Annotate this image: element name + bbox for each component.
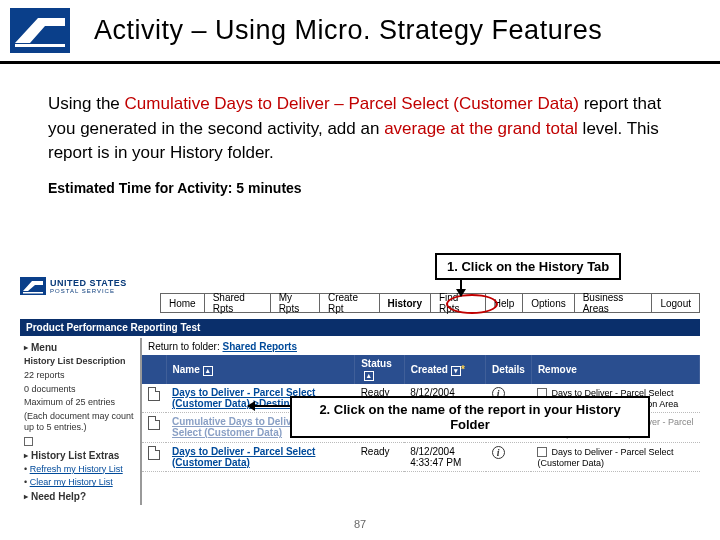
col-created[interactable]: Created▾* bbox=[404, 355, 485, 384]
document-icon bbox=[148, 446, 160, 460]
history-desc-line: (Each document may count up to 5 entries… bbox=[24, 411, 136, 433]
sidebar-help-header[interactable]: Need Help? bbox=[24, 491, 136, 502]
return-link[interactable]: Shared Reports bbox=[223, 341, 297, 352]
clear-history-link[interactable]: Clear my History List bbox=[30, 477, 113, 487]
page-number: 87 bbox=[0, 518, 720, 530]
sidebar-menu-header[interactable]: Menu bbox=[24, 342, 136, 353]
history-desc-header: History List Description bbox=[24, 356, 136, 367]
breadcrumb: Product Performance Reporting Test bbox=[20, 319, 700, 336]
status-cell: Ready bbox=[355, 442, 405, 471]
document-icon bbox=[148, 416, 160, 430]
nav-options[interactable]: Options bbox=[523, 293, 574, 313]
callout-step-2: 2. Click on the name of the report in yo… bbox=[290, 396, 650, 438]
report-link[interactable]: Days to Deliver - Parcel Select (Custome… bbox=[172, 446, 315, 468]
top-nav: Home Shared Rpts My Rpts Create Rpt Hist… bbox=[160, 293, 700, 313]
usps-logo bbox=[10, 8, 70, 53]
document-icon bbox=[148, 387, 160, 401]
nav-my-rpts[interactable]: My Rpts bbox=[271, 293, 320, 313]
col-details: Details bbox=[486, 355, 532, 384]
estimated-time: Estimated Time for Activity: 5 minutes bbox=[0, 166, 720, 202]
col-status[interactable]: Status▴ bbox=[355, 355, 405, 384]
history-desc-line: Maximum of 25 entries bbox=[24, 397, 136, 408]
col-name[interactable]: Name▴ bbox=[166, 355, 355, 384]
svg-rect-3 bbox=[23, 292, 43, 294]
col-remove: Remove bbox=[531, 355, 699, 384]
instruction-text: Using the Cumulative Days to Deliver – P… bbox=[0, 64, 720, 166]
nav-shared-rpts[interactable]: Shared Rpts bbox=[205, 293, 271, 313]
nav-logout[interactable]: Logout bbox=[652, 293, 700, 313]
svg-rect-1 bbox=[15, 44, 65, 47]
nav-business-areas[interactable]: Business Areas bbox=[575, 293, 653, 313]
brand-text: UNITED STATES POSTAL SERVICE bbox=[50, 278, 127, 294]
sidebar-extras-header[interactable]: History List Extras bbox=[24, 450, 136, 461]
usps-mini-logo bbox=[20, 277, 46, 295]
checkbox-icon[interactable] bbox=[24, 437, 33, 446]
history-highlight-icon bbox=[446, 294, 498, 314]
remove-checkbox[interactable] bbox=[537, 447, 547, 457]
app-screenshot: UNITED STATES POSTAL SERVICE Home Shared… bbox=[20, 275, 700, 475]
return-row: Return to folder: Shared Reports bbox=[142, 338, 700, 355]
arrow-icon bbox=[248, 405, 290, 407]
history-desc-line: 22 reports bbox=[24, 370, 136, 381]
nav-history[interactable]: History bbox=[380, 293, 431, 313]
nav-create-rpt[interactable]: Create Rpt bbox=[320, 293, 380, 313]
refresh-history-link[interactable]: Refresh my History List bbox=[30, 464, 123, 474]
history-desc-line: 0 documents bbox=[24, 384, 136, 395]
table-row: Days to Deliver - Parcel Select (Custome… bbox=[142, 442, 700, 471]
callout-step-1: 1. Click on the History Tab bbox=[435, 253, 621, 280]
info-icon[interactable]: i bbox=[492, 446, 505, 459]
nav-home[interactable]: Home bbox=[160, 293, 205, 313]
sidebar: Menu History List Description 22 reports… bbox=[20, 338, 140, 505]
created-cell: 8/12/2004 4:33:47 PM bbox=[404, 442, 485, 471]
slide-title: Activity – Using Micro. Strategy Feature… bbox=[94, 15, 602, 46]
